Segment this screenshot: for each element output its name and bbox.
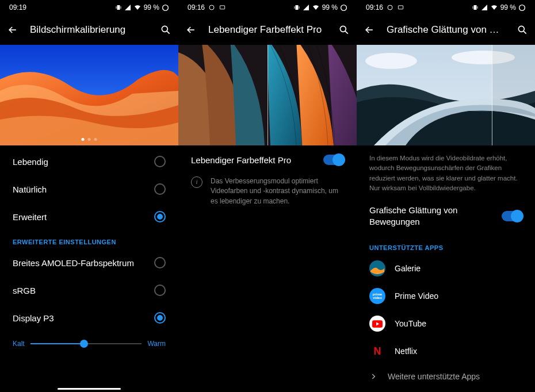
radio-p3[interactable]: Display P3 xyxy=(0,304,178,332)
gallery-icon xyxy=(369,260,385,276)
status-bar: 09:16 99 % xyxy=(178,0,357,15)
wifi-icon xyxy=(490,4,498,11)
radio-vivid[interactable]: Lebendig xyxy=(0,148,178,175)
signal-icon xyxy=(124,4,131,11)
radio-amoled[interactable]: Breites AMOLED-Farbspektrum xyxy=(0,249,178,276)
status-right: 99 % xyxy=(472,3,526,11)
svg-point-3 xyxy=(163,5,169,10)
app-row-primevideo[interactable]: primevideo Prime Video xyxy=(357,282,535,310)
radio-icon xyxy=(154,285,166,296)
status-right: 99 % xyxy=(293,3,347,11)
screen-calibration: 09:19 99 % Bildschirmkalibrierung xyxy=(0,0,178,392)
signal-icon xyxy=(481,4,488,11)
search-icon[interactable] xyxy=(338,24,350,36)
svg-rect-7 xyxy=(220,5,224,9)
title-bar: Lebendiger Farbeffekt Pro xyxy=(178,15,357,45)
app-row-youtube[interactable]: YouTube xyxy=(357,310,535,337)
radio-srgb[interactable]: sRGB xyxy=(0,276,178,304)
title-bar: Grafische Glättung von Bewegu… xyxy=(357,15,535,45)
page-title: Bildschirmkalibrierung xyxy=(30,24,148,36)
screen-motion-smoothing: 09:16 99 % Grafische Glättung von Bewegu… xyxy=(357,0,535,392)
status-bar: 09:19 99 % xyxy=(0,0,178,15)
mode-description: In diesem Modus wird die Videobildrate e… xyxy=(357,145,535,195)
svg-point-20 xyxy=(518,26,524,32)
youtube-icon xyxy=(369,316,385,332)
svg-point-14 xyxy=(388,5,392,10)
netflix-icon: N xyxy=(369,343,385,359)
primevideo-icon: primevideo xyxy=(369,288,385,304)
hero-image[interactable] xyxy=(0,45,178,145)
title-bar: Bildschirmkalibrierung xyxy=(0,15,178,45)
search-icon[interactable] xyxy=(517,24,528,36)
status-time: 09:16 xyxy=(188,3,205,11)
wifi-icon xyxy=(133,4,142,11)
hero-image-split xyxy=(178,45,357,145)
slider-thumb[interactable] xyxy=(80,340,88,348)
app-label: Prime Video xyxy=(395,291,438,301)
battery-text: 99 % xyxy=(500,3,516,11)
battery-text: 99 % xyxy=(322,3,338,11)
radio-icon xyxy=(154,257,166,268)
battery-text: 99 % xyxy=(144,3,159,11)
vibrate-icon xyxy=(472,4,479,11)
radio-natural[interactable]: Natürlich xyxy=(0,175,178,203)
section-header-apps: UNTERSTÜTZTE APPS xyxy=(357,236,535,255)
wifi-icon xyxy=(312,4,320,11)
radio-icon xyxy=(154,211,166,222)
svg-rect-15 xyxy=(398,5,403,9)
svg-point-6 xyxy=(209,5,214,10)
more-apps-row[interactable]: Weitere unterstützte Apps xyxy=(357,365,535,388)
back-icon[interactable] xyxy=(185,24,197,36)
status-right: 99 % xyxy=(115,3,169,11)
cast-icon xyxy=(397,5,404,11)
split-divider xyxy=(268,45,268,145)
chevron-right-icon xyxy=(369,372,377,381)
search-icon[interactable] xyxy=(160,24,171,36)
radio-icon xyxy=(154,183,166,195)
switch-icon xyxy=(502,211,522,221)
slider-label-warm: Warm xyxy=(147,340,166,348)
radio-advanced[interactable]: Erweitert xyxy=(0,203,178,230)
signal-icon xyxy=(303,4,309,11)
dnd-icon xyxy=(387,4,393,11)
status-bar: 09:16 99 % xyxy=(357,0,535,15)
svg-point-11 xyxy=(341,5,347,10)
svg-rect-10 xyxy=(299,6,299,9)
svg-rect-18 xyxy=(477,6,477,9)
app-row-netflix[interactable]: N Netflix xyxy=(357,337,535,365)
svg-rect-9 xyxy=(294,6,295,9)
back-icon[interactable] xyxy=(364,24,375,36)
svg-rect-17 xyxy=(472,6,473,9)
app-label: YouTube xyxy=(395,319,426,328)
app-label: Netflix xyxy=(395,347,417,356)
status-time: 09:19 xyxy=(9,3,26,11)
app-row-gallery[interactable]: Galerie xyxy=(357,255,535,282)
svg-rect-1 xyxy=(116,6,116,9)
back-icon[interactable] xyxy=(7,24,18,36)
svg-rect-24 xyxy=(492,45,535,145)
toggle-vivid-color[interactable]: Lebendiger Farbeffekt Pro xyxy=(178,145,357,174)
svg-point-4 xyxy=(162,26,167,32)
nav-indicator[interactable] xyxy=(58,388,121,390)
svg-rect-2 xyxy=(120,6,121,9)
app-label: Galerie xyxy=(395,264,421,273)
screen-vivid-color: 09:16 99 % Lebendiger Farbeffekt Pro xyxy=(178,0,357,392)
vibrate-icon xyxy=(115,4,122,11)
color-temp-slider[interactable]: Kalt Warm xyxy=(0,332,178,350)
battery-circle-icon xyxy=(162,4,169,11)
svg-point-12 xyxy=(340,26,346,32)
radio-icon xyxy=(154,156,166,167)
svg-rect-8 xyxy=(295,5,298,10)
battery-circle-icon xyxy=(518,4,526,11)
slider-label-cold: Kalt xyxy=(13,340,25,348)
svg-point-19 xyxy=(519,5,525,10)
toggle-motion-smoothing[interactable]: Grafische Glättung von Bewegungen xyxy=(357,195,535,236)
info-description: i Das Verbesserungsmodul optimiert Video… xyxy=(178,174,357,214)
switch-icon xyxy=(323,155,344,165)
vibrate-icon xyxy=(293,4,300,11)
status-time: 09:16 xyxy=(366,3,383,11)
split-divider xyxy=(492,45,492,145)
more-label: Weitere unterstützte Apps xyxy=(388,372,480,381)
battery-circle-icon xyxy=(340,4,347,11)
svg-rect-16 xyxy=(473,5,476,10)
